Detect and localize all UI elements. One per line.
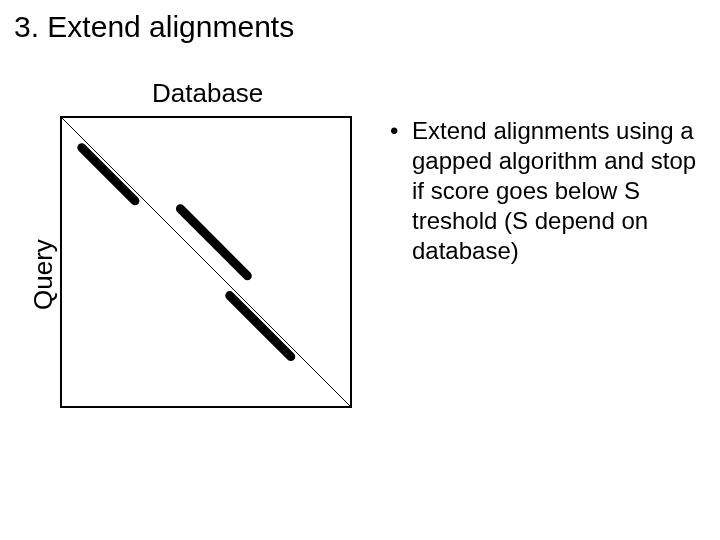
- alignment-segment: [230, 296, 291, 357]
- bullet-list: Extend alignments using a gapped algorit…: [390, 116, 700, 266]
- bullet-item: Extend alignments using a gapped algorit…: [390, 116, 700, 266]
- axis-y-label: Query: [28, 239, 59, 310]
- alignment-segment: [180, 209, 247, 276]
- axis-x-label: Database: [152, 78, 263, 109]
- dotplot-svg: [62, 118, 350, 406]
- slide-title: 3. Extend alignments: [14, 10, 294, 44]
- dotplot-region: [60, 116, 352, 408]
- diagonal-line: [62, 118, 350, 406]
- slide: 3. Extend alignments Database Query Exte…: [0, 0, 720, 540]
- alignment-segment: [82, 148, 135, 201]
